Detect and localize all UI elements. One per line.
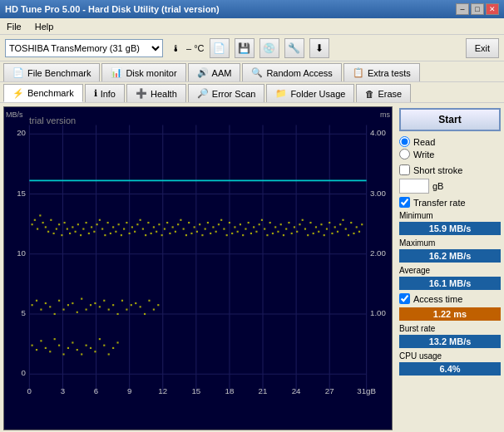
tab-file-benchmark-label: File Benchmark xyxy=(27,68,91,78)
svg-rect-173 xyxy=(45,347,47,349)
svg-rect-174 xyxy=(49,351,51,352)
svg-rect-176 xyxy=(58,345,60,346)
tab-erase[interactable]: 🗑 Erase xyxy=(356,84,411,102)
file-benchmark-icon: 📄 xyxy=(12,67,24,78)
svg-rect-165 xyxy=(140,306,141,307)
burst-rate-value: 13.2 MB/s xyxy=(399,335,501,348)
svg-rect-160 xyxy=(116,313,118,315)
svg-rect-162 xyxy=(126,309,127,311)
menu-bar: File Help xyxy=(0,18,504,35)
toolbar-btn-1[interactable]: 📄 xyxy=(210,38,230,58)
svg-rect-171 xyxy=(36,349,37,351)
exit-button[interactable]: Exit xyxy=(466,38,499,58)
title-bar: HD Tune Pro 5.00 - Hard Disk Utility (tr… xyxy=(0,0,504,18)
svg-rect-143 xyxy=(40,309,42,311)
svg-rect-138 xyxy=(356,226,358,228)
svg-rect-168 xyxy=(153,309,155,311)
average-value: 16.1 MB/s xyxy=(399,277,501,290)
transfer-rate-label: Transfer rate xyxy=(413,198,466,208)
svg-rect-67 xyxy=(164,228,166,230)
svg-rect-150 xyxy=(72,302,73,304)
svg-rect-182 xyxy=(86,345,87,346)
svg-rect-132 xyxy=(339,223,341,225)
svg-rect-80 xyxy=(199,223,200,225)
svg-rect-40 xyxy=(91,226,92,228)
maximize-button[interactable]: □ xyxy=(471,3,484,15)
svg-text:3.00: 3.00 xyxy=(370,189,387,198)
tab-random-access[interactable]: 🔍 Random Access xyxy=(242,63,341,81)
svg-rect-184 xyxy=(94,351,96,352)
svg-rect-148 xyxy=(62,309,64,311)
svg-rect-49 xyxy=(115,231,116,233)
svg-rect-179 xyxy=(72,341,73,343)
disk-monitor-icon: 📊 xyxy=(111,67,122,78)
tab-file-benchmark[interactable]: 📄 File Benchmark xyxy=(3,63,100,81)
access-time-checkbox[interactable] xyxy=(399,293,410,304)
svg-rect-121 xyxy=(309,222,311,223)
svg-rect-45 xyxy=(104,234,106,236)
close-button[interactable]: ✕ xyxy=(486,3,499,15)
svg-rect-44 xyxy=(101,228,103,230)
gb-input[interactable]: 40 xyxy=(399,179,429,194)
svg-rect-112 xyxy=(285,228,287,230)
svg-rect-97 xyxy=(245,228,246,230)
minimum-section: Minimum 15.9 MB/s xyxy=(399,211,501,235)
svg-rect-186 xyxy=(103,345,105,346)
minimize-button[interactable]: – xyxy=(456,3,469,15)
svg-rect-188 xyxy=(112,347,114,349)
tab-info[interactable]: ℹ Info xyxy=(85,84,125,102)
write-radio[interactable] xyxy=(399,149,410,160)
svg-text:24: 24 xyxy=(292,386,301,395)
tab-extra-tests[interactable]: 📋 Extra tests xyxy=(343,63,420,81)
toolbar-btn-4[interactable]: 🔧 xyxy=(284,38,304,58)
benchmark-icon: ⚡ xyxy=(12,88,24,99)
svg-text:21: 21 xyxy=(259,386,268,395)
transfer-rate-checkbox[interactable] xyxy=(399,197,410,208)
svg-rect-185 xyxy=(99,338,101,340)
tab-error-scan[interactable]: 🔎 Error Scan xyxy=(188,84,265,102)
svg-rect-117 xyxy=(299,223,300,225)
menu-help[interactable]: Help xyxy=(32,21,57,32)
svg-rect-94 xyxy=(237,231,239,233)
svg-rect-61 xyxy=(147,222,149,223)
svg-rect-20 xyxy=(37,228,38,230)
tab-erase-label: Erase xyxy=(378,89,402,99)
read-radio-item[interactable]: Read xyxy=(399,136,501,147)
health-icon: ➕ xyxy=(136,88,147,99)
toolbar-btn-arrow[interactable]: ⬇ xyxy=(309,38,329,58)
tab-disk-monitor[interactable]: 📊 Disk monitor xyxy=(101,63,185,81)
svg-rect-163 xyxy=(131,304,132,306)
tab-folder-usage[interactable]: 📁 Folder Usage xyxy=(266,84,354,102)
svg-rect-177 xyxy=(62,353,64,355)
tab-benchmark[interactable]: ⚡ Benchmark xyxy=(3,84,83,102)
svg-rect-133 xyxy=(342,219,343,221)
toolbar-btn-2[interactable]: 💾 xyxy=(235,38,254,58)
svg-rect-106 xyxy=(269,222,271,223)
tab-health-label: Health xyxy=(151,89,177,99)
transfer-rate-item[interactable]: Transfer rate xyxy=(399,197,501,208)
svg-rect-145 xyxy=(49,306,51,307)
svg-rect-99 xyxy=(250,233,252,234)
cpu-usage-label: CPU usage xyxy=(399,351,501,361)
svg-text:4.00: 4.00 xyxy=(370,129,387,138)
svg-text:31gB: 31gB xyxy=(357,386,376,395)
write-radio-item[interactable]: Write xyxy=(399,149,501,160)
tab-aam[interactable]: 🔊 AAM xyxy=(188,63,241,81)
short-stroke-checkbox[interactable] xyxy=(399,164,410,175)
drive-select[interactable]: TOSHIBA TransMemory (31 gB) xyxy=(5,39,163,57)
svg-text:18: 18 xyxy=(225,386,235,395)
svg-rect-70 xyxy=(172,226,174,228)
svg-rect-42 xyxy=(96,223,98,225)
tab-error-scan-label: Error Scan xyxy=(212,89,256,99)
svg-rect-30 xyxy=(64,222,66,223)
menu-file[interactable]: File xyxy=(3,21,25,32)
tab-health[interactable]: ➕ Health xyxy=(126,84,186,102)
aam-icon: 🔊 xyxy=(197,67,209,78)
start-button[interactable]: Start xyxy=(399,108,501,131)
short-stroke-item[interactable]: Short stroke xyxy=(399,164,501,175)
window-controls: – □ ✕ xyxy=(456,3,499,15)
read-radio[interactable] xyxy=(399,136,410,147)
temp-display: 🌡 – °C xyxy=(168,39,205,57)
access-time-item[interactable]: Access time xyxy=(399,293,501,304)
toolbar-btn-3[interactable]: 💿 xyxy=(259,38,279,58)
